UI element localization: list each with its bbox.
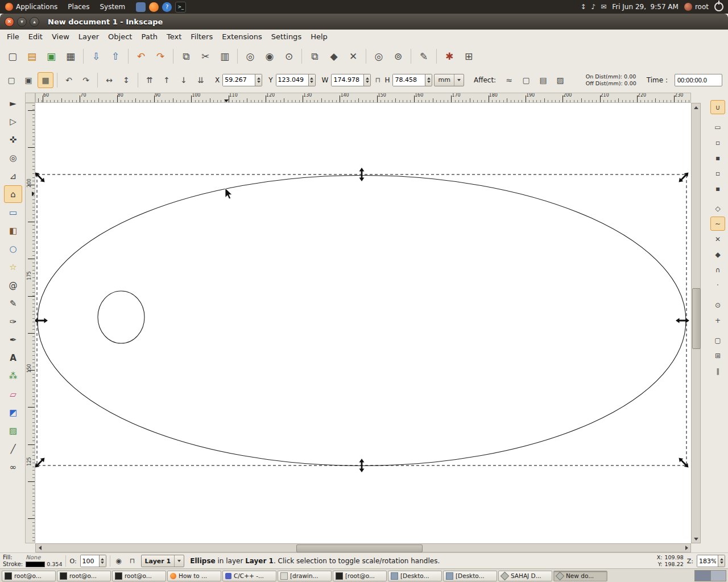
cmd-paste[interactable]: ▥ bbox=[216, 47, 234, 65]
tc-raise[interactable]: ↑ bbox=[159, 72, 175, 88]
firefox-launcher-icon[interactable] bbox=[149, 2, 159, 12]
canvas-svg[interactable] bbox=[35, 103, 691, 543]
cmd-cut[interactable]: ✂ bbox=[196, 47, 214, 65]
tc-lower-to-bottom[interactable]: ⇊ bbox=[193, 72, 209, 88]
cmd-unlink-clone[interactable]: ✕ bbox=[344, 47, 362, 65]
mail-icon[interactable]: ✉ bbox=[601, 3, 606, 11]
canvas-viewport[interactable] bbox=[35, 103, 691, 543]
snap-path[interactable]: ~ bbox=[710, 217, 725, 231]
taskbar-ide[interactable]: C/C++ -... bbox=[222, 571, 276, 581]
tool-node-editor[interactable]: ▷ bbox=[4, 113, 22, 130]
tc-toggle-selection-cue[interactable]: ▦ bbox=[38, 72, 53, 88]
tool-pencil[interactable]: ✎ bbox=[4, 294, 22, 312]
cmd-redo[interactable]: ↷ bbox=[151, 47, 169, 65]
zoom-spin-buttons[interactable] bbox=[718, 555, 725, 567]
tool-paint-bucket[interactable]: ◩ bbox=[4, 404, 22, 421]
layer-visibility-icon[interactable]: ◉ bbox=[114, 556, 124, 566]
vertical-scrollbar-thumb[interactable] bbox=[692, 288, 701, 349]
cmd-xml-editor[interactable]: ✎ bbox=[415, 47, 433, 65]
panel-menu-system[interactable]: System bbox=[94, 0, 130, 14]
menu-text[interactable]: Text bbox=[162, 31, 186, 43]
taskbar-inkscape-2[interactable]: New do... bbox=[553, 571, 607, 581]
cmd-new-document[interactable]: ▢ bbox=[3, 47, 22, 65]
snap-smooth-nodes[interactable]: ∩ bbox=[710, 263, 725, 277]
menu-file[interactable]: File bbox=[2, 31, 24, 43]
tc-raise-to-top[interactable]: ⇈ bbox=[142, 72, 158, 88]
tc-lower[interactable]: ↓ bbox=[176, 72, 192, 88]
tc-rotate-cw[interactable]: ↷ bbox=[78, 72, 94, 88]
drawn-small-ellipse[interactable] bbox=[98, 291, 144, 343]
taskbar-drawing[interactable]: [drawin... bbox=[278, 571, 332, 581]
time-input[interactable] bbox=[675, 74, 722, 86]
cmd-print[interactable]: ▦ bbox=[61, 47, 80, 65]
tool-spray[interactable]: ⁂ bbox=[4, 367, 22, 385]
window-titlebar[interactable]: ✕▾▴ New document 1 - Inkscape bbox=[0, 14, 728, 30]
cmd-zoom-drawing[interactable]: ◉ bbox=[260, 47, 279, 65]
snap-cusp-nodes[interactable]: ◆ bbox=[710, 247, 725, 261]
horizontal-ruler[interactable]: 6070809010011012013014015016017018019020… bbox=[35, 93, 691, 103]
height-spin-buttons[interactable] bbox=[425, 74, 432, 86]
affect-move-patterns[interactable]: ▨ bbox=[552, 72, 568, 88]
tc-flip-horizontal[interactable]: ↔ bbox=[101, 72, 117, 88]
help-launcher-icon[interactable]: ? bbox=[162, 2, 172, 12]
scroll-up-icon[interactable] bbox=[692, 103, 700, 111]
handle-scale-bottom-right[interactable] bbox=[677, 456, 690, 469]
workspace-2[interactable] bbox=[710, 571, 726, 581]
affect-move-gradients[interactable]: ▤ bbox=[535, 72, 551, 88]
affect-scale-rounded-corners[interactable]: ▢ bbox=[518, 72, 534, 88]
tool-spiral[interactable]: @ bbox=[4, 276, 22, 294]
taskbar-terminal-4[interactable]: [root@o... bbox=[333, 571, 387, 581]
height-input[interactable] bbox=[393, 74, 425, 86]
taskbar-terminal-2[interactable]: root@o... bbox=[57, 571, 111, 581]
tc-flip-vertical[interactable]: ↕ bbox=[118, 72, 134, 88]
panel-clock[interactable]: Fri Jun 29, 9:57 AM bbox=[612, 3, 679, 11]
menu-layer[interactable]: Layer bbox=[74, 31, 104, 43]
menu-settings[interactable]: Settings bbox=[267, 31, 306, 43]
fill-stroke-indicator[interactable]: Fill: None Stroke: 0.354 bbox=[3, 554, 62, 568]
tool-pen[interactable]: ✑ bbox=[4, 313, 22, 330]
cmd-import[interactable]: ⇩ bbox=[87, 47, 105, 65]
snap-bounding-box[interactable]: ▭ bbox=[710, 120, 725, 134]
layer-lock-icon[interactable]: ⊓ bbox=[127, 556, 138, 566]
y-spin-buttons[interactable] bbox=[308, 74, 315, 86]
cmd-open[interactable]: ▤ bbox=[23, 47, 41, 65]
tool-box-3d[interactable]: ◧ bbox=[4, 222, 22, 239]
volume-icon[interactable]: ♪ bbox=[591, 3, 595, 11]
width-input[interactable] bbox=[332, 74, 363, 86]
tool-dropper[interactable]: ╱ bbox=[4, 440, 22, 458]
tc-select-all[interactable]: ▢ bbox=[3, 72, 19, 88]
taskbar-terminal-3[interactable]: root@o... bbox=[112, 571, 166, 581]
tc-select-all-layers[interactable]: ▣ bbox=[20, 72, 36, 88]
snap-midpoints[interactable]: · bbox=[710, 278, 725, 292]
cmd-duplicate[interactable]: ⧉ bbox=[305, 47, 324, 65]
tool-tweak[interactable]: ✜ bbox=[4, 131, 22, 148]
x-spin-buttons[interactable] bbox=[255, 74, 262, 86]
cmd-save[interactable]: ▣ bbox=[42, 47, 60, 65]
menu-view[interactable]: View bbox=[47, 31, 74, 43]
horizontal-scrollbar-thumb[interactable] bbox=[296, 544, 423, 552]
menu-help[interactable]: Help bbox=[306, 31, 332, 43]
vertical-ruler[interactable]: 200175150125 bbox=[25, 103, 35, 543]
unit-dropdown[interactable]: mm bbox=[434, 74, 464, 86]
x-input[interactable] bbox=[223, 74, 255, 86]
maximize-button[interactable]: ▴ bbox=[30, 17, 39, 27]
taskbar-inkscape-1[interactable]: SAHAJ D... bbox=[498, 571, 552, 581]
tool-text[interactable]: A bbox=[4, 349, 22, 367]
handle-scale-top-right[interactable] bbox=[677, 171, 690, 184]
term-launcher-icon[interactable]: >_ bbox=[175, 2, 186, 13]
snap-bbox-corners[interactable]: ▪ bbox=[710, 151, 725, 165]
taskbar-firefox[interactable]: How to ... bbox=[167, 571, 221, 581]
tool-rectangle[interactable]: ▭ bbox=[4, 203, 22, 221]
tool-shape-builder[interactable]: ⌂ bbox=[4, 185, 22, 203]
snap-guides[interactable]: ∥ bbox=[710, 364, 725, 378]
network-icon[interactable]: ↕ bbox=[580, 3, 586, 11]
tool-calligraphy[interactable]: ✒ bbox=[4, 331, 22, 348]
vertical-scrollbar[interactable] bbox=[691, 103, 701, 543]
menu-extensions[interactable]: Extensions bbox=[217, 31, 267, 43]
menu-object[interactable]: Object bbox=[104, 31, 136, 43]
scroll-down-icon[interactable] bbox=[692, 535, 700, 543]
layer-selector[interactable]: Layer 1 bbox=[141, 555, 185, 567]
snap-bbox-centers[interactable]: ▪ bbox=[710, 181, 725, 196]
snap-page-border[interactable]: ▢ bbox=[710, 333, 725, 347]
screenshot-launcher-icon[interactable] bbox=[136, 2, 146, 12]
